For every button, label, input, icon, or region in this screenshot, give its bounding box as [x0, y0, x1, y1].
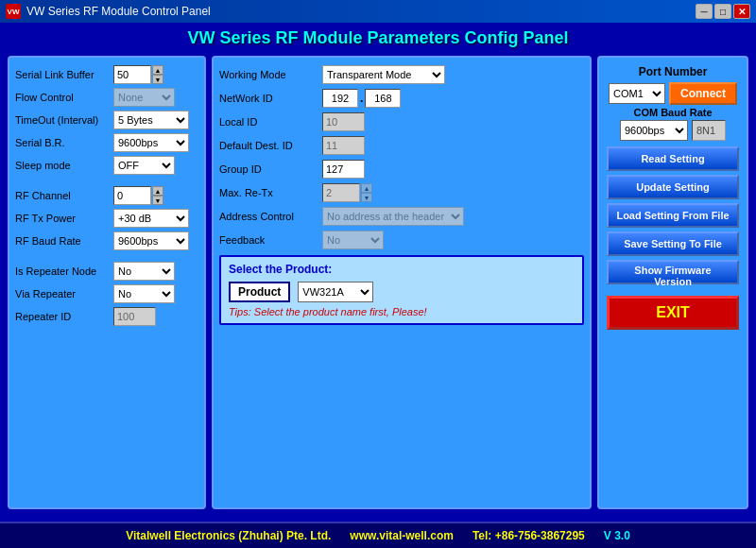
via-repeater-select[interactable]: No Yes	[113, 284, 175, 303]
network-id-input2[interactable]	[365, 89, 401, 108]
com-row: COM1 COM2 COM3 COM4 Connect	[609, 82, 737, 105]
load-setting-button[interactable]: Load Setting From File	[607, 203, 739, 228]
rf-baud-rate-select[interactable]: 9600bps 19200bps 38400bps	[113, 231, 189, 250]
rf-channel-row: RF Channel ▲ ▼	[15, 186, 198, 205]
max-retx-row: Max. Re-Tx ▲ ▼	[219, 183, 584, 202]
rf-channel-down-btn[interactable]: ▼	[152, 196, 163, 205]
rf-channel-label: RF Channel	[15, 190, 110, 201]
com-port-select[interactable]: COM1 COM2 COM3 COM4	[609, 83, 665, 104]
feedback-label: Feedback	[219, 234, 318, 246]
product-row: Product VW321A VW322A VW323A	[229, 282, 575, 302]
serial-br-row: Serial B.R. 9600bps 19200bps 38400bps 11…	[15, 133, 198, 152]
default-dest-row: Default Dest. ID	[219, 136, 584, 155]
via-repeater-row: Via Repeater No Yes	[15, 284, 198, 303]
sleep-mode-row: Sleep mode OFF ON	[15, 156, 198, 175]
footer-version: V 3.0	[604, 529, 630, 542]
minimize-button[interactable]: ─	[696, 4, 713, 19]
max-retx-input[interactable]	[322, 183, 360, 202]
update-setting-button[interactable]: Update Setting	[607, 175, 739, 199]
rf-tx-power-select[interactable]: +30 dB +20 dB +10 dB	[113, 209, 189, 228]
working-mode-label: Working Mode	[219, 69, 318, 80]
timeout-label: TimeOut (Interval)	[15, 114, 110, 126]
group-id-input[interactable]	[322, 160, 365, 179]
group-id-row: Group ID	[219, 160, 584, 179]
is-repeater-select[interactable]: No Yes	[113, 262, 175, 281]
flow-control-row: Flow Control None	[15, 88, 198, 107]
serial-link-buffer-row: Serial Link Buffer ▲ ▼	[15, 65, 198, 84]
footer-tel: Tel: +86-756-3867295	[472, 529, 585, 542]
max-retx-label: Max. Re-Tx	[219, 187, 318, 198]
product-label: Product	[229, 282, 290, 302]
feedback-select[interactable]: No Yes	[322, 231, 384, 249]
close-button[interactable]: ✕	[733, 4, 750, 19]
sleep-mode-select[interactable]: OFF ON	[113, 156, 175, 175]
network-id-row: NetWork ID .	[219, 89, 584, 108]
app-title: VW Series RF Module Parameters Config Pa…	[8, 28, 748, 48]
maximize-button[interactable]: □	[714, 4, 731, 19]
show-firmware-button[interactable]: Show Firmware Version	[607, 260, 739, 284]
repeater-id-row: Repeater ID	[15, 307, 198, 326]
read-setting-button[interactable]: Read Setting	[607, 146, 739, 171]
rf-channel-up-btn[interactable]: ▲	[152, 186, 163, 196]
default-dest-input[interactable]	[322, 136, 365, 155]
app-icon: VW	[6, 4, 21, 19]
main-content: VW Series RF Module Parameters Config Pa…	[0, 23, 756, 522]
flow-control-select[interactable]: None	[113, 88, 175, 107]
connect-button[interactable]: Connect	[669, 82, 737, 105]
rf-baud-rate-label: RF Baud Rate	[15, 235, 110, 247]
mid-panel: Working Mode Transparent Mode Fixed Mode…	[212, 56, 592, 509]
baud-row: 9600bps 19200bps 38400bps 115200bps	[620, 120, 726, 141]
right-panel: Port Number COM1 COM2 COM3 COM4 Connect …	[597, 56, 748, 509]
flow-control-label: Flow Control	[15, 92, 110, 103]
title-bar: VW VW Series RF Module Control Panel ─ □…	[0, 0, 756, 23]
local-id-row: Local ID	[219, 112, 584, 131]
serial-link-buffer-label: Serial Link Buffer	[15, 69, 110, 80]
repeater-id-input[interactable]	[113, 307, 156, 326]
serial-link-buffer-input[interactable]	[113, 65, 151, 84]
footer-company: Vitalwell Electronics (Zhuhai) Pte. Ltd.	[126, 529, 331, 542]
timeout-row: TimeOut (Interval) 5 Bytes 10 Bytes 20 B…	[15, 111, 198, 129]
baud-extra-input	[692, 120, 726, 141]
serial-buffer-down-btn[interactable]: ▼	[152, 75, 163, 84]
rf-baud-rate-row: RF Baud Rate 9600bps 19200bps 38400bps	[15, 231, 198, 250]
group-id-label: Group ID	[219, 163, 318, 175]
footer-website: www.vital-well.com	[350, 529, 454, 542]
via-repeater-label: Via Repeater	[15, 288, 110, 300]
network-id-dot: .	[360, 92, 363, 105]
local-id-input[interactable]	[322, 112, 365, 131]
default-dest-label: Default Dest. ID	[219, 140, 318, 151]
product-select[interactable]: VW321A VW322A VW323A	[298, 282, 373, 302]
feedback-row: Feedback No Yes	[219, 231, 584, 249]
rf-tx-power-row: RF Tx Power +30 dB +20 dB +10 dB	[15, 209, 198, 228]
save-setting-button[interactable]: Save Setting To File	[607, 231, 739, 256]
serial-br-select[interactable]: 9600bps 19200bps 38400bps 115200bps	[113, 133, 189, 152]
max-retx-up-btn[interactable]: ▲	[361, 183, 372, 193]
network-id-input1[interactable]	[322, 89, 358, 108]
left-panel: Serial Link Buffer ▲ ▼ Flow Control None…	[8, 56, 206, 509]
port-number-title: Port Number	[639, 65, 708, 78]
sleep-mode-label: Sleep mode	[15, 160, 110, 171]
is-repeater-row: Is Repeater Node No Yes	[15, 262, 198, 281]
working-mode-select[interactable]: Transparent Mode Fixed Mode Broadcast Mo…	[322, 65, 445, 84]
exit-button[interactable]: EXIT	[607, 296, 739, 330]
max-retx-down-btn[interactable]: ▼	[361, 193, 372, 202]
product-tip: Tips: Select the product name first, Ple…	[229, 306, 575, 317]
address-ctrl-select[interactable]: No address at the header With address	[322, 207, 464, 226]
serial-br-label: Serial B.R.	[15, 137, 110, 148]
address-ctrl-row: Address Control No address at the header…	[219, 207, 584, 226]
serial-buffer-up-btn[interactable]: ▲	[152, 65, 163, 75]
window-title: VW Series RF Module Control Panel	[26, 5, 211, 18]
address-ctrl-label: Address Control	[219, 211, 318, 222]
repeater-id-label: Repeater ID	[15, 311, 110, 322]
baud-rate-select[interactable]: 9600bps 19200bps 38400bps 115200bps	[620, 120, 688, 141]
product-box: Select the Product: Product VW321A VW322…	[219, 255, 584, 325]
rf-channel-input[interactable]	[113, 186, 151, 205]
network-id-label: NetWork ID	[219, 93, 318, 104]
com-baud-label: COM Baud Rate	[633, 107, 712, 118]
product-box-title: Select the Product:	[229, 263, 575, 276]
rf-tx-power-label: RF Tx Power	[15, 213, 110, 224]
working-mode-row: Working Mode Transparent Mode Fixed Mode…	[219, 65, 584, 84]
footer: Vitalwell Electronics (Zhuhai) Pte. Ltd.…	[0, 522, 756, 548]
local-id-label: Local ID	[219, 116, 318, 128]
timeout-select[interactable]: 5 Bytes 10 Bytes 20 Bytes	[113, 111, 189, 129]
